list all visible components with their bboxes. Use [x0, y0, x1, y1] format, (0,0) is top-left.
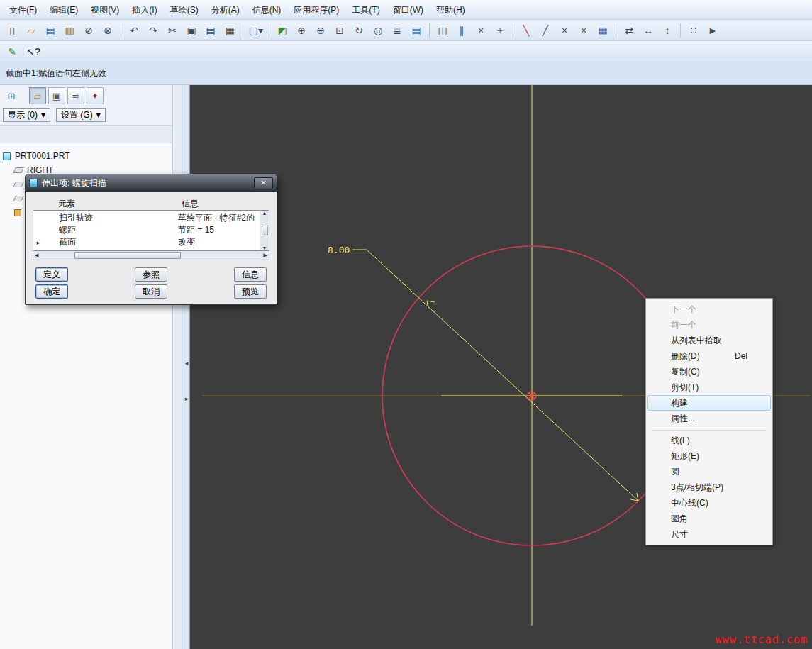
dialog-hscrollbar[interactable]: ◀ ▶ [33, 251, 269, 260]
tree-toolbar-button-layer-tree[interactable]: ≣ [67, 87, 84, 104]
toolbar-icon-datum-point-toggle[interactable]: × [472, 22, 490, 39]
menubar-item-edit[interactable]: 编辑(E) [43, 1, 84, 19]
context-menu-item-pick-from-list[interactable]: 从列表中拾取 [647, 333, 771, 348]
context-menu-item-delete[interactable]: 删除(D) Del [647, 348, 771, 364]
menubar-item-sketch[interactable]: 草绘(S) [164, 1, 205, 19]
tree-toolbar-button-tree-columns[interactable]: ⊞ [3, 87, 20, 104]
close-icon[interactable]: ✕ [254, 177, 273, 189]
toolbar-icon-modify-values[interactable]: ▦ [594, 22, 612, 39]
context-menu-item-cut[interactable]: 剪切(T) [647, 379, 771, 395]
toolbar-icon-divide-segment[interactable]: × [574, 22, 593, 39]
toolbar-icon-grid-dots[interactable]: ∷ [684, 22, 703, 39]
tree-toolbar-button-folder-browser[interactable]: ▱ [29, 87, 46, 104]
toolbar-icon-view-manager[interactable]: ▤ [407, 22, 426, 39]
ok-button[interactable]: 确定 [35, 284, 68, 299]
tree-scrollbar[interactable] [172, 85, 182, 649]
preview-button[interactable]: 预览 [234, 284, 267, 299]
menubar-item-applications[interactable]: 应用程序(P) [287, 1, 345, 19]
toolbar-icon-fit-height[interactable]: ↕ [658, 22, 677, 39]
references-button[interactable]: 参照 [135, 267, 167, 282]
toolbar-icon-datum-axis-toggle[interactable]: ∥ [452, 22, 471, 39]
toolbar-icon-paste-special[interactable]: ▦ [221, 22, 239, 39]
diagonal-line[interactable] [367, 250, 638, 501]
icon-glyph: ▱ [28, 26, 35, 35]
menubar-item-tools[interactable]: 工具(T) [345, 1, 386, 19]
panel-splitter[interactable]: ◂ ▸ [182, 85, 190, 649]
toolbar-icon-sketch-orient[interactable]: ◩ [273, 22, 291, 39]
context-menu-item-centerline[interactable]: 中心线(C) [647, 495, 771, 511]
dialog-element-row-trajectory[interactable]: 扫引轨迹 草绘平面 - 特征#2的 [33, 212, 260, 224]
info-button[interactable]: 信息 [234, 267, 267, 282]
toolbar-icon-next-page[interactable]: ► [703, 22, 722, 39]
toolbar-icon-save[interactable]: ▤ [41, 22, 60, 39]
context-menu-item-copy[interactable]: 复制(C) [647, 364, 771, 379]
toolbar-icon-zoom-out[interactable]: ⊖ [311, 22, 330, 39]
toolbar-icon-find[interactable]: ◎ [369, 22, 387, 39]
element-info: 改变 [178, 236, 260, 248]
context-menu-item-construct[interactable]: 构建 [647, 395, 771, 411]
toolbar-icon-open-folder[interactable]: ▱ [22, 22, 40, 39]
toolbar-icon-sketch-line[interactable]: ╱ [536, 22, 555, 39]
toolbar-icon-fit-width[interactable]: ↔ [639, 22, 657, 39]
menubar-item-help[interactable]: 帮助(H) [430, 1, 472, 19]
tree-settings-dropdown[interactable]: 设置 (G) ▾ [56, 108, 106, 122]
toolbar-icon-delete-old-versions[interactable]: ⊗ [99, 22, 117, 39]
tree-panel-spacer [0, 125, 172, 143]
context-menu-item-previous[interactable]: 前一个 [647, 317, 771, 333]
define-button[interactable]: 定义 [35, 267, 68, 282]
dialog-element-row-pitch[interactable]: 螺距 节距 = 15 [33, 224, 260, 236]
scroll-down-icon[interactable]: ▼ [262, 245, 267, 250]
tree-toolbar-button-favorites[interactable]: ▣ [48, 87, 65, 104]
context-menu-item-line[interactable]: 线(L) [647, 433, 771, 448]
toolbar-icon-repaint[interactable]: ↻ [350, 22, 368, 39]
toolbar-icon-swap-view[interactable]: ⇄ [620, 22, 638, 39]
menubar-item-window[interactable]: 窗口(W) [386, 1, 430, 19]
toolbar-icon-csys-toggle[interactable]: + [491, 22, 509, 39]
toolbar-icon-copy[interactable]: ▣ [182, 22, 201, 39]
scroll-left-icon[interactable]: ◀ [35, 253, 38, 258]
hscroll-thumb[interactable] [74, 252, 181, 259]
menubar-item-info[interactable]: 信息(N) [246, 1, 288, 19]
menubar-item-view[interactable]: 视图(V) [84, 1, 126, 19]
context-menu-item-properties[interactable]: 属性... [647, 411, 771, 426]
menubar-item-file[interactable]: 文件(F) [3, 1, 43, 19]
toolbar-icon-print[interactable]: ▥ [60, 22, 79, 39]
vscroll-thumb[interactable] [262, 226, 268, 235]
toolbar-icon-context-help[interactable]: ↖? [24, 43, 43, 60]
separator [677, 23, 684, 38]
menu-item-label: 尺寸 [671, 528, 688, 540]
toolbar-icon-new-file[interactable]: ▯ [3, 22, 21, 39]
scroll-right-icon[interactable]: ▶ [264, 253, 267, 258]
context-menu-item-rectangle[interactable]: 矩形(E) [647, 448, 771, 464]
toolbar-icon-cut[interactable]: ✂ [163, 22, 182, 39]
tree-item-part-root[interactable]: PRT0001.PRT [0, 149, 172, 163]
tree-item-icon [13, 182, 24, 187]
toolbar-icon-datum-plane-toggle[interactable]: ◫ [433, 22, 452, 39]
context-menu-item-fillet[interactable]: 圆角 [647, 511, 771, 526]
tree-toolbar-button-lock[interactable]: ✦ [87, 87, 104, 104]
context-menu-item-3point-tangent[interactable]: 3点/相切端(P) [647, 479, 771, 495]
toolbar-icon-redo[interactable]: ↷ [144, 22, 162, 39]
toolbar-icon-zoom-in[interactable]: ⊕ [292, 22, 311, 39]
toolbar-icon-layers[interactable]: ≣ [388, 22, 406, 39]
toolbar-icon-paste[interactable]: ▤ [201, 22, 220, 39]
toolbar-icon-sketch-line-red[interactable]: ╲ [517, 22, 535, 39]
tree-show-dropdown[interactable]: 显示 (0) ▾ [3, 108, 50, 122]
scroll-up-icon[interactable]: ▲ [262, 211, 267, 216]
context-menu-item-circle[interactable]: 圆 [647, 464, 771, 479]
cancel-button[interactable]: 取消 [135, 284, 167, 299]
toolbar-icon-delete-segment[interactable]: × [555, 22, 574, 39]
dialog-titlebar[interactable]: 伸出项: 螺旋扫描 ✕ [26, 174, 277, 192]
menubar-item-insert[interactable]: 插入(I) [126, 1, 163, 19]
context-menu-item-dimension[interactable]: 尺寸 [647, 526, 771, 542]
toolbar-icon-select-rect[interactable]: ▢▾ [247, 22, 265, 39]
toolbar-icon-undo[interactable]: ↶ [125, 22, 143, 39]
dialog-vscrollbar[interactable]: ▲ ▼ [260, 211, 269, 250]
toolbar-icon-sketcher-pencil[interactable]: ✎ [3, 43, 21, 60]
toolbar-icon-zoom-fit[interactable]: ⊡ [330, 22, 349, 39]
context-menu-item-next[interactable]: 下一个 [647, 301, 771, 317]
dialog-element-row-section[interactable]: ▸ 截面 改变 [33, 236, 260, 248]
dimension-value[interactable]: 8.00 [328, 245, 350, 255]
menubar-item-analysis[interactable]: 分析(A) [205, 1, 246, 19]
toolbar-icon-erase-display[interactable]: ⊘ [79, 22, 98, 39]
